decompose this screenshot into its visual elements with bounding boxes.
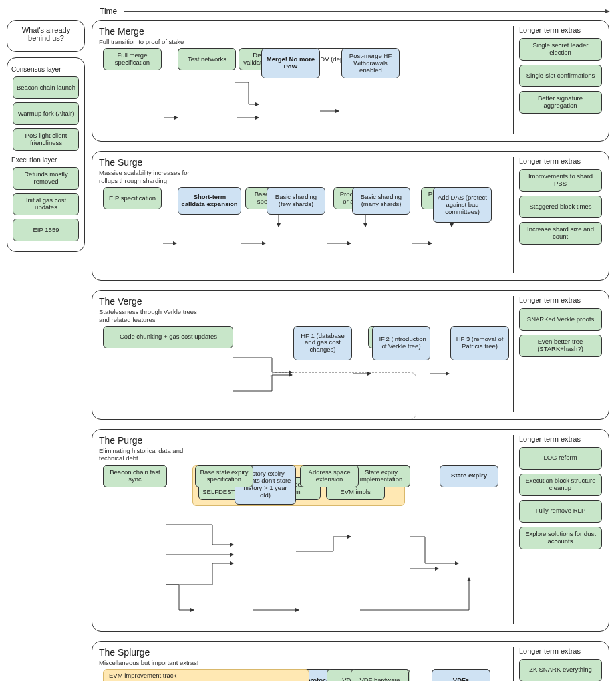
hf3: HF 3 (removal of Patricia tree) [450, 326, 509, 360]
increase-shard-size: Increase shard size and count [519, 222, 602, 245]
merge-title: The Merge [99, 26, 508, 37]
pos-light-client: PoS light client friendliness [13, 128, 79, 151]
purge-desc: Eliminating historical data and technica… [99, 447, 199, 462]
exec-block-cleanup: Execution block structure cleanup [519, 474, 602, 496]
hf1: HF 1 (database and gas cost changes) [293, 326, 352, 360]
zk-snark-everything: ZK-SNARK everything [519, 659, 602, 681]
eip-spec: EIP specification [103, 187, 162, 209]
splurge-extras-title: Longer-term extras [519, 647, 602, 655]
consensus-label: Consensus layer [11, 66, 80, 73]
purge-extras: Longer-term extras LOG reform Execution … [513, 435, 602, 624]
behind-us-title: What's already behind us? [11, 26, 80, 42]
splurge-lane: The Splurge Miscellaneous but important … [92, 641, 609, 681]
verge-extras-title: Longer-term extras [519, 296, 602, 304]
evm-improvement-title: EVM improvement track [109, 672, 176, 679]
surge-desc: Massive scalability increases for rollup… [99, 169, 199, 184]
warmup-fork: Warmup fork (Altair) [13, 102, 79, 125]
remove-rlp: Fully remove RLP [519, 500, 602, 523]
time-label: Time [100, 7, 124, 16]
staggered-block-times: Staggered block times [519, 196, 602, 218]
merge-event: Merge! No more PoW [261, 48, 320, 78]
surge-extras: Longer-term extras Improvements to shard… [513, 157, 602, 273]
short-term-calldata: Short-term calldata expansion [178, 187, 241, 215]
post-merge-hf: Post-merge HF Withdrawals enabled [341, 48, 400, 78]
beacon-fast-sync: Beacon chain fast sync [103, 465, 167, 487]
verge-extras: Longer-term extras SNARKed Verkle proofs… [513, 296, 602, 412]
surge-lane: The Surge Massive scalability increases … [92, 151, 609, 281]
merge-extras-title: Longer-term extras [519, 26, 602, 34]
merge-lane: The Merge Full transition to proof of st… [92, 20, 609, 142]
state-expiry: State expiry [440, 465, 498, 487]
better-sig-agg: Better signature aggregation [519, 91, 602, 114]
surge-title: The Surge [99, 157, 508, 168]
merge-desc: Full transition to proof of stake [99, 38, 199, 45]
dust-accounts: Explore solutions for dust accounts [519, 527, 602, 549]
tracks: The Merge Full transition to proof of st… [90, 20, 609, 681]
state-expiry-impl: State expiry implementation [352, 465, 410, 487]
test-networks: Test networks [178, 48, 236, 70]
code-chunking: Code chunking + gas cost updates [103, 326, 233, 348]
refunds-removed: Refunds mostly removed [13, 167, 79, 190]
address-space-ext: Address space extension [300, 465, 359, 487]
single-secret-leader: Single secret leader election [519, 38, 602, 61]
sidebar-groups: Consensus layer Beacon chain launch Warm… [7, 57, 85, 252]
splurge-desc: Miscellaneous but important extras! [99, 659, 199, 666]
purge-lane: The Purge Eliminating historical data an… [92, 429, 609, 632]
single-slot-conf: Single-slot confirmations [519, 65, 602, 87]
execution-label: Execution layer [11, 156, 80, 164]
splurge-extras: Longer-term extras ZK-SNARK everything P… [513, 647, 602, 681]
full-merge-spec: Full merge specification [103, 48, 162, 70]
add-das: Add DAS (protect against bad committees) [433, 187, 492, 223]
purge-title: The Purge [99, 435, 508, 446]
verge-desc: Statelessness through Verkle trees and r… [99, 308, 199, 323]
eip-1559: EIP 1559 [13, 219, 79, 241]
snarked-verkle: SNARKed Verkle proofs [519, 308, 602, 331]
vdf-hardware: VDF hardware [351, 669, 409, 681]
purge-extras-title: Longer-term extras [519, 435, 602, 443]
basic-sharding-few: Basic sharding (few shards) [267, 187, 325, 215]
shard-pbs-improve: Improvements to shard PBS [519, 169, 602, 192]
merge-extras: Longer-term extras Single secret leader … [513, 26, 602, 134]
vdfs: VDFs [432, 669, 490, 681]
basic-sharding-many: Basic sharding (many shards) [352, 187, 410, 215]
hf2: HF 2 (introduction of Verkle tree) [372, 326, 430, 360]
log-reform: LOG reform [519, 447, 602, 470]
time-axis [124, 11, 609, 12]
surge-extras-title: Longer-term extras [519, 157, 602, 165]
behind-us-box: What's already behind us? [7, 20, 85, 52]
verge-title: The Verge [99, 296, 508, 307]
splurge-title: The Splurge [99, 647, 508, 658]
evm-improvement-track: EVM improvement track EVM object format … [103, 669, 309, 681]
sidebar: What's already behind us? Consensus laye… [7, 20, 85, 257]
better-tree: Even better tree (STARK+hash?) [519, 335, 602, 357]
gas-cost-updates: Initial gas cost updates [13, 193, 79, 215]
beacon-chain-launch: Beacon chain launch [13, 76, 79, 99]
base-state-expiry-spec: Base state expiry specification [195, 465, 253, 487]
verge-lane: The Verge Statelessness through Verkle t… [92, 290, 609, 420]
